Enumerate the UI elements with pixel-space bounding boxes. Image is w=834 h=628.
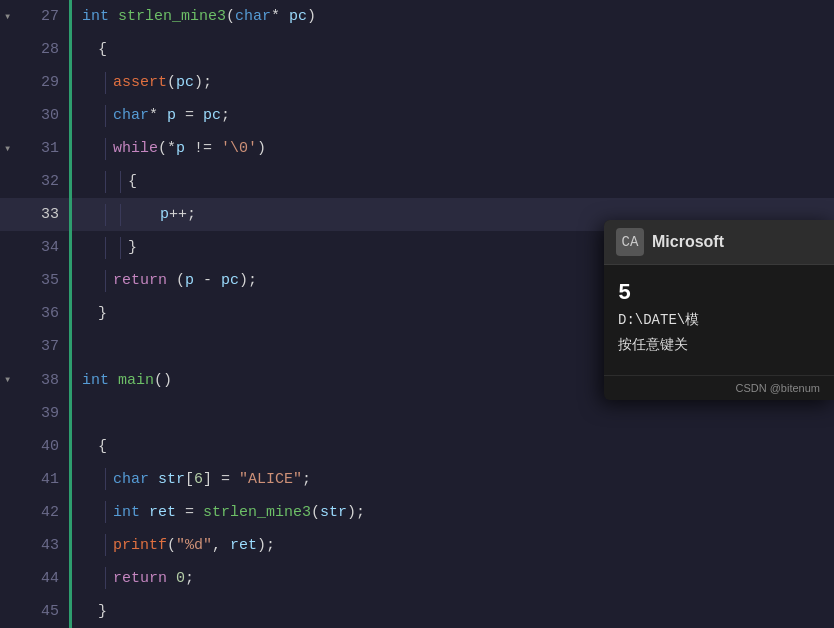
code-line-42: int ret = strlen_mine3(str); <box>72 496 834 529</box>
code-line-27: int strlen_mine3(char* pc) <box>72 0 834 33</box>
code-line-39 <box>72 397 834 430</box>
line-41: 41 <box>0 463 69 496</box>
code-line-29: assert(pc); <box>72 66 834 99</box>
terminal-hint: 按任意键关 <box>618 335 820 356</box>
line-31: ▾ 31 <box>0 132 69 165</box>
terminal-output-number: 5 <box>618 277 820 310</box>
terminal-header: CA Microsoft <box>604 220 834 265</box>
line-43: 43 <box>0 529 69 562</box>
code-line-44: return 0; <box>72 562 834 595</box>
line-42: 42 <box>0 496 69 529</box>
line-30: 30 <box>0 99 69 132</box>
line-36: 36 <box>0 297 69 330</box>
code-line-31: while(*p != '\0') <box>72 132 834 165</box>
line-45: 45 <box>0 595 69 628</box>
code-line-40: { <box>72 430 834 463</box>
line-38: ▾ 38 <box>0 364 69 397</box>
line-37: 37 <box>0 330 69 363</box>
terminal-title: Microsoft <box>652 233 724 251</box>
code-line-30: char* p = pc; <box>72 99 834 132</box>
line-39: 39 <box>0 397 69 430</box>
terminal-overlay: CA Microsoft 5 D:\DATE\模 按任意键关 CSDN @bit… <box>604 220 834 400</box>
fold-arrow-27[interactable]: ▾ <box>4 11 11 23</box>
line-40: 40 <box>0 430 69 463</box>
fold-arrow-38[interactable]: ▾ <box>4 374 11 386</box>
terminal-footer: CSDN @bitenum <box>604 375 834 400</box>
code-line-43: printf("%d", ret); <box>72 529 834 562</box>
line-numbers: ▾ 27 28 29 30 ▾ 31 32 33 34 35 36 37 ▾ 3… <box>0 0 72 628</box>
code-line-45: } <box>72 595 834 628</box>
line-28: 28 <box>0 33 69 66</box>
terminal-body: 5 D:\DATE\模 按任意键关 <box>604 265 834 375</box>
fold-arrow-31[interactable]: ▾ <box>4 143 11 155</box>
terminal-path: D:\DATE\模 <box>618 310 820 331</box>
line-44: 44 <box>0 562 69 595</box>
line-33: 33 <box>0 198 69 231</box>
line-35: 35 <box>0 264 69 297</box>
terminal-icon-label: CA <box>622 234 639 250</box>
code-line-28: { <box>72 33 834 66</box>
line-29: 29 <box>0 66 69 99</box>
code-line-41: char str[6] = "ALICE"; <box>72 463 834 496</box>
line-32: 32 <box>0 165 69 198</box>
line-34: 34 <box>0 231 69 264</box>
line-27: ▾ 27 <box>0 0 69 33</box>
terminal-icon: CA <box>616 228 644 256</box>
code-line-32: { <box>72 165 834 198</box>
